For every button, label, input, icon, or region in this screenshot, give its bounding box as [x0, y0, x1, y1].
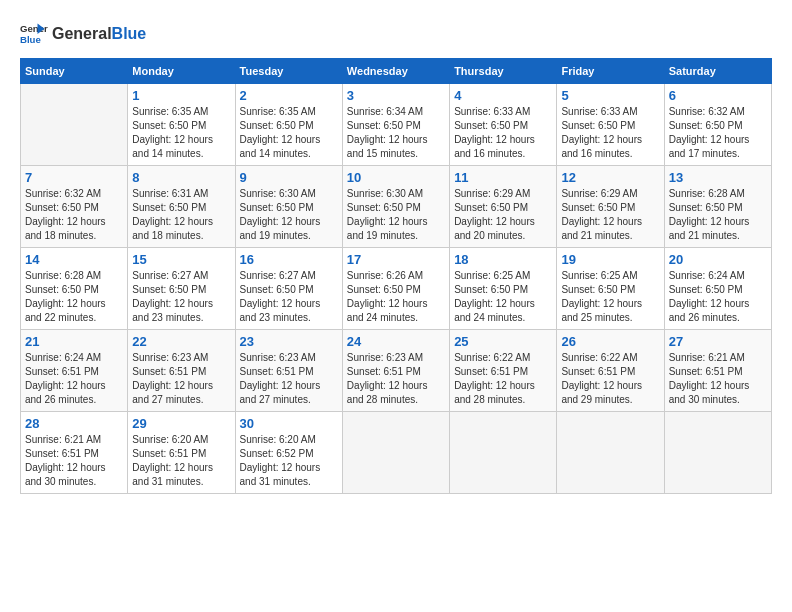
calendar-week-row: 1Sunrise: 6:35 AM Sunset: 6:50 PM Daylig… [21, 84, 772, 166]
day-info: Sunrise: 6:22 AM Sunset: 6:51 PM Dayligh… [561, 351, 659, 407]
day-number: 30 [240, 416, 338, 431]
calendar-cell: 13Sunrise: 6:28 AM Sunset: 6:50 PM Dayli… [664, 166, 771, 248]
day-number: 2 [240, 88, 338, 103]
calendar-cell: 18Sunrise: 6:25 AM Sunset: 6:50 PM Dayli… [450, 248, 557, 330]
day-info: Sunrise: 6:25 AM Sunset: 6:50 PM Dayligh… [561, 269, 659, 325]
day-number: 28 [25, 416, 123, 431]
calendar-cell: 4Sunrise: 6:33 AM Sunset: 6:50 PM Daylig… [450, 84, 557, 166]
day-number: 8 [132, 170, 230, 185]
day-info: Sunrise: 6:23 AM Sunset: 6:51 PM Dayligh… [240, 351, 338, 407]
day-number: 12 [561, 170, 659, 185]
calendar-cell: 7Sunrise: 6:32 AM Sunset: 6:50 PM Daylig… [21, 166, 128, 248]
calendar-week-row: 21Sunrise: 6:24 AM Sunset: 6:51 PM Dayli… [21, 330, 772, 412]
calendar-cell: 22Sunrise: 6:23 AM Sunset: 6:51 PM Dayli… [128, 330, 235, 412]
calendar-cell: 20Sunrise: 6:24 AM Sunset: 6:50 PM Dayli… [664, 248, 771, 330]
day-number: 11 [454, 170, 552, 185]
calendar-cell [664, 412, 771, 494]
day-number: 18 [454, 252, 552, 267]
day-number: 17 [347, 252, 445, 267]
day-info: Sunrise: 6:28 AM Sunset: 6:50 PM Dayligh… [25, 269, 123, 325]
calendar-cell: 30Sunrise: 6:20 AM Sunset: 6:52 PM Dayli… [235, 412, 342, 494]
day-number: 14 [25, 252, 123, 267]
weekday-header: Friday [557, 59, 664, 84]
calendar-cell: 8Sunrise: 6:31 AM Sunset: 6:50 PM Daylig… [128, 166, 235, 248]
calendar-cell: 12Sunrise: 6:29 AM Sunset: 6:50 PM Dayli… [557, 166, 664, 248]
day-info: Sunrise: 6:20 AM Sunset: 6:51 PM Dayligh… [132, 433, 230, 489]
weekday-header: Wednesday [342, 59, 449, 84]
calendar-cell: 29Sunrise: 6:20 AM Sunset: 6:51 PM Dayli… [128, 412, 235, 494]
day-info: Sunrise: 6:33 AM Sunset: 6:50 PM Dayligh… [561, 105, 659, 161]
calendar-cell [557, 412, 664, 494]
calendar-cell: 16Sunrise: 6:27 AM Sunset: 6:50 PM Dayli… [235, 248, 342, 330]
day-info: Sunrise: 6:35 AM Sunset: 6:50 PM Dayligh… [240, 105, 338, 161]
calendar-cell [342, 412, 449, 494]
calendar-cell: 24Sunrise: 6:23 AM Sunset: 6:51 PM Dayli… [342, 330, 449, 412]
calendar-cell: 14Sunrise: 6:28 AM Sunset: 6:50 PM Dayli… [21, 248, 128, 330]
day-number: 24 [347, 334, 445, 349]
svg-text:Blue: Blue [20, 34, 41, 45]
calendar-week-row: 28Sunrise: 6:21 AM Sunset: 6:51 PM Dayli… [21, 412, 772, 494]
day-info: Sunrise: 6:23 AM Sunset: 6:51 PM Dayligh… [132, 351, 230, 407]
day-info: Sunrise: 6:28 AM Sunset: 6:50 PM Dayligh… [669, 187, 767, 243]
day-number: 10 [347, 170, 445, 185]
calendar-cell [450, 412, 557, 494]
calendar-cell: 23Sunrise: 6:23 AM Sunset: 6:51 PM Dayli… [235, 330, 342, 412]
day-info: Sunrise: 6:33 AM Sunset: 6:50 PM Dayligh… [454, 105, 552, 161]
header: General Blue GeneralBlue [20, 20, 772, 48]
day-info: Sunrise: 6:35 AM Sunset: 6:50 PM Dayligh… [132, 105, 230, 161]
day-info: Sunrise: 6:21 AM Sunset: 6:51 PM Dayligh… [25, 433, 123, 489]
day-number: 5 [561, 88, 659, 103]
day-number: 15 [132, 252, 230, 267]
weekday-header: Thursday [450, 59, 557, 84]
calendar-cell: 27Sunrise: 6:21 AM Sunset: 6:51 PM Dayli… [664, 330, 771, 412]
day-number: 21 [25, 334, 123, 349]
calendar-cell: 5Sunrise: 6:33 AM Sunset: 6:50 PM Daylig… [557, 84, 664, 166]
calendar-cell: 19Sunrise: 6:25 AM Sunset: 6:50 PM Dayli… [557, 248, 664, 330]
day-info: Sunrise: 6:31 AM Sunset: 6:50 PM Dayligh… [132, 187, 230, 243]
day-number: 9 [240, 170, 338, 185]
day-info: Sunrise: 6:27 AM Sunset: 6:50 PM Dayligh… [240, 269, 338, 325]
logo-blue-text: Blue [112, 25, 147, 43]
day-number: 3 [347, 88, 445, 103]
day-number: 13 [669, 170, 767, 185]
calendar-cell: 1Sunrise: 6:35 AM Sunset: 6:50 PM Daylig… [128, 84, 235, 166]
day-info: Sunrise: 6:26 AM Sunset: 6:50 PM Dayligh… [347, 269, 445, 325]
calendar-cell: 26Sunrise: 6:22 AM Sunset: 6:51 PM Dayli… [557, 330, 664, 412]
day-info: Sunrise: 6:27 AM Sunset: 6:50 PM Dayligh… [132, 269, 230, 325]
day-number: 29 [132, 416, 230, 431]
calendar-table: SundayMondayTuesdayWednesdayThursdayFrid… [20, 58, 772, 494]
day-info: Sunrise: 6:22 AM Sunset: 6:51 PM Dayligh… [454, 351, 552, 407]
day-info: Sunrise: 6:23 AM Sunset: 6:51 PM Dayligh… [347, 351, 445, 407]
calendar-week-row: 14Sunrise: 6:28 AM Sunset: 6:50 PM Dayli… [21, 248, 772, 330]
day-info: Sunrise: 6:24 AM Sunset: 6:51 PM Dayligh… [25, 351, 123, 407]
day-number: 1 [132, 88, 230, 103]
day-number: 25 [454, 334, 552, 349]
day-info: Sunrise: 6:32 AM Sunset: 6:50 PM Dayligh… [669, 105, 767, 161]
day-number: 20 [669, 252, 767, 267]
calendar-week-row: 7Sunrise: 6:32 AM Sunset: 6:50 PM Daylig… [21, 166, 772, 248]
calendar-cell: 6Sunrise: 6:32 AM Sunset: 6:50 PM Daylig… [664, 84, 771, 166]
day-number: 27 [669, 334, 767, 349]
calendar-cell: 11Sunrise: 6:29 AM Sunset: 6:50 PM Dayli… [450, 166, 557, 248]
calendar-cell [21, 84, 128, 166]
day-number: 22 [132, 334, 230, 349]
weekday-header: Sunday [21, 59, 128, 84]
day-number: 26 [561, 334, 659, 349]
weekday-header: Saturday [664, 59, 771, 84]
calendar-cell: 28Sunrise: 6:21 AM Sunset: 6:51 PM Dayli… [21, 412, 128, 494]
day-info: Sunrise: 6:24 AM Sunset: 6:50 PM Dayligh… [669, 269, 767, 325]
weekday-header: Tuesday [235, 59, 342, 84]
logo-icon: General Blue [20, 20, 48, 48]
day-number: 19 [561, 252, 659, 267]
day-info: Sunrise: 6:25 AM Sunset: 6:50 PM Dayligh… [454, 269, 552, 325]
day-info: Sunrise: 6:30 AM Sunset: 6:50 PM Dayligh… [240, 187, 338, 243]
calendar-cell: 17Sunrise: 6:26 AM Sunset: 6:50 PM Dayli… [342, 248, 449, 330]
calendar-header: SundayMondayTuesdayWednesdayThursdayFrid… [21, 59, 772, 84]
day-number: 16 [240, 252, 338, 267]
day-info: Sunrise: 6:29 AM Sunset: 6:50 PM Dayligh… [454, 187, 552, 243]
calendar-cell: 15Sunrise: 6:27 AM Sunset: 6:50 PM Dayli… [128, 248, 235, 330]
calendar-cell: 3Sunrise: 6:34 AM Sunset: 6:50 PM Daylig… [342, 84, 449, 166]
calendar-cell: 25Sunrise: 6:22 AM Sunset: 6:51 PM Dayli… [450, 330, 557, 412]
day-number: 6 [669, 88, 767, 103]
day-info: Sunrise: 6:30 AM Sunset: 6:50 PM Dayligh… [347, 187, 445, 243]
